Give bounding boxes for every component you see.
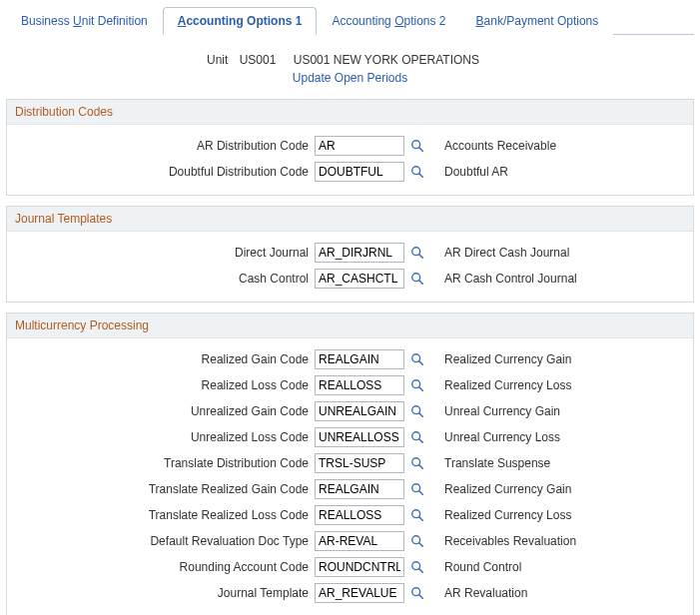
lookup-icon[interactable] (408, 244, 426, 262)
field-label: Doubtful Distribution Code (15, 165, 315, 179)
field-input[interactable] (315, 427, 404, 447)
field-description: Realized Currency Loss (444, 508, 571, 522)
field-label: AR Distribution Code (15, 139, 315, 153)
svg-line-1 (419, 148, 423, 152)
unit-header: Unit US001 US001 NEW YORK OPERATIONS (6, 53, 694, 67)
field-row: Doubtful Distribution CodeDoubtful AR (7, 159, 693, 185)
svg-line-11 (419, 387, 423, 391)
lookup-icon[interactable] (408, 532, 426, 550)
svg-line-27 (419, 595, 423, 599)
field-input[interactable] (315, 375, 404, 395)
lookup-icon[interactable] (408, 350, 426, 368)
field-label: Translate Distribution Code (15, 456, 315, 470)
field-input[interactable] (315, 136, 404, 156)
section-title-multicurrency: Multicurrency Processing (7, 313, 693, 338)
field-label: Translate Realized Gain Code (15, 482, 315, 496)
field-label: Translate Realized Loss Code (15, 508, 315, 522)
lookup-icon[interactable] (408, 137, 426, 155)
field-description: Unreal Currency Loss (444, 430, 560, 444)
tab-bank-payment-options[interactable]: Bank/Payment Options (461, 7, 614, 35)
section-multicurrency-processing: Multicurrency Processing Realized Gain C… (6, 312, 694, 615)
lookup-icon[interactable] (408, 428, 426, 446)
field-description: Receivables Revaluation (444, 534, 576, 548)
svg-line-23 (419, 543, 423, 547)
field-row: Unrealized Gain CodeUnreal Currency Gain (7, 398, 693, 424)
lookup-icon[interactable] (408, 506, 426, 524)
lookup-icon[interactable] (408, 270, 426, 288)
svg-line-7 (419, 281, 423, 285)
field-input[interactable] (315, 453, 404, 473)
field-description: Realized Currency Gain (444, 352, 571, 366)
field-description: Translate Suspense (444, 456, 550, 470)
field-input[interactable] (315, 269, 404, 289)
field-input[interactable] (315, 557, 404, 577)
lookup-icon[interactable] (408, 402, 426, 420)
field-label: Realized Loss Code (15, 378, 315, 392)
field-label: Cash Control (15, 272, 315, 286)
update-open-periods-link[interactable]: Update Open Periods (293, 71, 407, 85)
lookup-icon[interactable] (408, 558, 426, 576)
field-input[interactable] (315, 531, 404, 551)
tab-accounting-options-2[interactable]: Accounting Options 2 (317, 7, 460, 35)
tab-business-unit-definition[interactable]: Business Unit Definition (6, 7, 163, 35)
field-input[interactable] (315, 243, 404, 263)
svg-line-25 (419, 569, 423, 573)
field-description: Realized Currency Gain (444, 482, 571, 496)
lookup-icon[interactable] (408, 163, 426, 181)
lookup-icon[interactable] (408, 454, 426, 472)
field-row: Translate Realized Loss CodeRealized Cur… (7, 502, 693, 528)
field-label: Default Revaluation Doc Type (15, 534, 315, 548)
tab-bar: Business Unit Definition Accounting Opti… (6, 6, 694, 35)
svg-line-21 (419, 517, 423, 521)
field-row: Realized Gain CodeRealized Currency Gain (7, 346, 693, 372)
lookup-icon[interactable] (408, 376, 426, 394)
field-row: Translate Distribution CodeTranslate Sus… (7, 450, 693, 476)
field-label: Unrealized Loss Code (15, 430, 315, 444)
svg-line-13 (419, 413, 423, 417)
unit-code: US001 (240, 53, 277, 67)
unit-name: US001 NEW YORK OPERATIONS (294, 53, 479, 67)
field-description: Round Control (444, 560, 521, 574)
field-description: AR Direct Cash Journal (444, 246, 569, 260)
field-description: Accounts Receivable (444, 139, 556, 153)
field-input[interactable] (315, 162, 404, 182)
field-input[interactable] (315, 479, 404, 499)
field-row: Journal TemplateAR Revaluation (7, 580, 693, 606)
field-description: AR Revaluation (444, 586, 527, 600)
field-description: Unreal Currency Gain (444, 404, 560, 418)
svg-line-15 (419, 439, 423, 443)
section-title-distribution-codes: Distribution Codes (7, 100, 693, 125)
svg-line-3 (419, 174, 423, 178)
section-journal-templates: Journal Templates Direct JournalAR Direc… (6, 206, 694, 303)
field-input[interactable] (315, 401, 404, 421)
field-input[interactable] (315, 349, 404, 369)
field-description: AR Cash Control Journal (444, 272, 577, 286)
field-row: Unrealized Loss CodeUnreal Currency Loss (7, 424, 693, 450)
svg-line-19 (419, 491, 423, 495)
field-label: Journal Template (15, 586, 315, 600)
field-label: Direct Journal (15, 246, 315, 260)
section-distribution-codes: Distribution Codes AR Distribution CodeA… (6, 99, 694, 196)
svg-line-9 (419, 361, 423, 365)
field-row: Rounding Account CodeRound Control (7, 554, 693, 580)
svg-line-5 (419, 255, 423, 259)
section-title-journal-templates: Journal Templates (7, 207, 693, 232)
field-label: Unrealized Gain Code (15, 404, 315, 418)
field-label: Realized Gain Code (15, 352, 315, 366)
svg-line-17 (419, 465, 423, 469)
field-input[interactable] (315, 583, 404, 603)
field-row: Direct JournalAR Direct Cash Journal (7, 240, 693, 266)
lookup-icon[interactable] (408, 584, 426, 602)
lookup-icon[interactable] (408, 480, 426, 498)
unit-label: Unit (207, 53, 228, 67)
field-label: Rounding Account Code (15, 560, 315, 574)
tab-accounting-options-1[interactable]: Accounting Options 1 (163, 7, 318, 35)
field-row: AR Distribution CodeAccounts Receivable (7, 133, 693, 159)
field-row: Translate Realized Gain CodeRealized Cur… (7, 476, 693, 502)
field-description: Realized Currency Loss (444, 378, 571, 392)
field-row: Default Revaluation Doc TypeReceivables … (7, 528, 693, 554)
field-input[interactable] (315, 505, 404, 525)
field-row: Realized Loss CodeRealized Currency Loss (7, 372, 693, 398)
field-description: Doubtful AR (444, 165, 508, 179)
field-row: Cash ControlAR Cash Control Journal (7, 266, 693, 292)
